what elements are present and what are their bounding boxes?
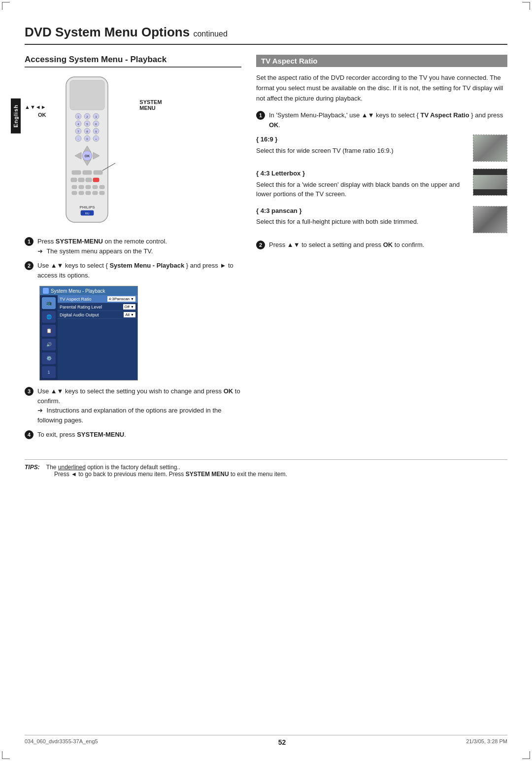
system-menu-label: SYSTEM MENU xyxy=(139,99,162,111)
svg-rect-35 xyxy=(71,178,77,182)
menu-content: TV Aspect Ratio 4:3Panscan ▼ Parental Ra… xyxy=(58,295,137,380)
option-169-desc: Select this for wide screen TV (frame ra… xyxy=(256,146,468,156)
right-step-2: 2 Press ▲▼ to select a setting and press… xyxy=(256,240,507,250)
tips-indent: Press ◄ to go back to previous menu item… xyxy=(54,471,287,478)
svg-rect-45 xyxy=(79,191,84,195)
svg-rect-34 xyxy=(94,171,102,174)
menu-screenshot: System Menu - Playback 📺 🌐 📋 🔊 ⚙️ 1 TV A… xyxy=(39,286,138,380)
left-column: Accessing System Menu - Playback ▲▼◄► OK xyxy=(25,55,241,445)
menu-title-icon xyxy=(43,288,49,294)
option-169-text: { 16:9 } Select this for wide screen TV … xyxy=(256,135,468,155)
menu-row-2: Parental Rating Level Off ▼ xyxy=(58,303,137,311)
svg-rect-1 xyxy=(70,80,104,110)
option-panscan-content: { 4:3 panscan } Select this for a full-h… xyxy=(256,206,507,233)
arrow-bullet-3: ➜ xyxy=(37,406,43,415)
corner-mark-bl xyxy=(2,751,10,759)
menu-row-1-value: 4:3Panscan ▼ xyxy=(107,296,135,302)
tips-line1: The underlined option is the factory def… xyxy=(46,464,180,471)
dropdown-arrow-3: ▼ xyxy=(131,313,134,316)
svg-text:PHILIPS: PHILIPS xyxy=(79,205,95,209)
option-169-thumb-inner xyxy=(473,135,507,161)
menu-row-3-label: Digital Audio Output xyxy=(60,312,99,317)
option-169: { 16:9 } Select this for wide screen TV … xyxy=(256,135,507,162)
footer: 034_060_dvdr3355-37A_eng5 52 21/3/05, 3:… xyxy=(25,735,507,746)
step-4-num: 4 xyxy=(25,430,33,439)
menu-row-3-value: All ▼ xyxy=(124,312,135,317)
menu-body: 📺 🌐 📋 🔊 ⚙️ 1 TV Aspect Ratio 4:3Pansc xyxy=(40,295,137,380)
remote-illustration: 1 2 3 4 5 6 7 xyxy=(51,74,123,229)
svg-rect-47 xyxy=(93,191,98,195)
main-content: DVD System Menu Options continued Access… xyxy=(25,25,507,736)
svg-rect-48 xyxy=(100,191,104,195)
remote-area: ▲▼◄► OK 1 2 xyxy=(25,74,241,229)
menu-row-2-label: Parental Rating Level xyxy=(60,305,102,310)
step-1: 1 Press SYSTEM-MENU on the remote contro… xyxy=(25,237,241,256)
page-number: 52 xyxy=(278,738,286,746)
footer-left: 034_060_dvdr3355-37A_eng5 xyxy=(25,738,98,746)
svg-text:OK: OK xyxy=(84,154,90,158)
right-step-1-num: 1 xyxy=(256,111,265,120)
left-section-heading: Accessing System Menu - Playback xyxy=(25,55,241,68)
option-letterbox-thumb xyxy=(473,169,507,196)
step-3-num: 3 xyxy=(25,387,33,396)
menu-row-1: TV Aspect Ratio 4:3Panscan ▼ xyxy=(58,295,137,303)
tips-label: TIPS: xyxy=(25,464,40,471)
option-letterbox-desc: Select this for a 'wide screen' display … xyxy=(256,180,468,199)
option-letterbox-title: { 4:3 Letterbox } xyxy=(256,169,468,178)
step-3: 3 Use ▲▼ keys to select the setting you … xyxy=(25,386,241,425)
dropdown-arrow-1: ▼ xyxy=(131,297,134,301)
option-panscan: { 4:3 panscan } Select this for a full-h… xyxy=(256,206,507,233)
svg-rect-40 xyxy=(79,185,84,189)
svg-rect-46 xyxy=(86,191,91,195)
step-2-text: Use ▲▼ keys to select { System Menu - Pl… xyxy=(37,261,241,280)
menu-row-3-right: All ▼ xyxy=(124,312,135,317)
arrow-keys-label: ▲▼◄► xyxy=(25,104,46,110)
page-title-text: DVD System Menu Options xyxy=(25,25,190,39)
step-4: 4 To exit, press SYSTEM-MENU. xyxy=(25,430,241,440)
svg-rect-32 xyxy=(72,171,81,174)
corner-mark-tr xyxy=(522,2,530,10)
option-panscan-title: { 4:3 panscan } xyxy=(256,206,468,216)
option-169-title: { 16:9 } xyxy=(256,135,468,144)
right-step-1: 1 In 'System Menu-Playback,' use ▲▼ keys… xyxy=(256,110,507,130)
right-section-heading: TV Aspect Ratio xyxy=(256,55,507,67)
svg-rect-38 xyxy=(93,178,99,182)
step-1-num: 1 xyxy=(25,237,33,246)
svg-text:RU: RU xyxy=(85,212,89,215)
dropdown-arrow-2: ▼ xyxy=(131,305,134,309)
letterbox-top-band xyxy=(473,169,507,175)
menu-icon-2: 🌐 xyxy=(42,311,56,323)
menu-row-2-right: Off ▼ xyxy=(123,304,135,310)
menu-row-2-value: Off ▼ xyxy=(123,304,135,310)
menu-row-1-right: 4:3Panscan ▼ xyxy=(107,296,135,302)
right-step-2-text: Press ▲▼ to select a setting and press O… xyxy=(269,240,424,250)
two-column-layout: Accessing System Menu - Playback ▲▼◄► OK xyxy=(25,55,507,445)
corner-mark-br xyxy=(522,751,530,759)
right-step-1-text: In 'System Menu-Playback,' use ▲▼ keys t… xyxy=(269,110,507,130)
svg-rect-33 xyxy=(83,171,92,174)
option-169-thumb xyxy=(473,135,507,162)
menu-icons: 📺 🌐 📋 🔊 ⚙️ 1 xyxy=(40,295,58,380)
letterbox-mid xyxy=(473,175,507,189)
option-letterbox: { 4:3 Letterbox } Select this for a 'wid… xyxy=(256,169,507,199)
ok-label: OK xyxy=(25,112,46,118)
remote-labels: ▲▼◄► OK xyxy=(25,104,46,120)
right-step-2-num: 2 xyxy=(256,241,265,249)
menu-row-3: Digital Audio Output All ▼ xyxy=(58,311,137,319)
page-title: DVD System Menu Options continued xyxy=(25,25,507,45)
menu-icon-6: 1 xyxy=(42,366,56,378)
svg-rect-39 xyxy=(72,185,77,189)
menu-title-text: System Menu - Playback xyxy=(51,288,105,294)
menu-icon-5: ⚙️ xyxy=(42,352,56,364)
svg-rect-36 xyxy=(78,178,84,182)
menu-icon-1: 📺 xyxy=(42,297,56,309)
option-169-content: { 16:9 } Select this for wide screen TV … xyxy=(256,135,507,162)
menu-row-1-label: TV Aspect Ratio xyxy=(60,297,92,302)
footer-right: 21/3/05, 3:28 PM xyxy=(466,738,507,746)
option-panscan-thumb xyxy=(473,206,507,233)
menu-title-bar: System Menu - Playback xyxy=(40,286,137,295)
svg-rect-37 xyxy=(86,178,92,182)
sidebar-english-label: English xyxy=(11,99,21,134)
option-panscan-desc: Select this for a full-height picture wi… xyxy=(256,217,468,227)
step-4-text: To exit, press SYSTEM-MENU. xyxy=(37,430,126,440)
